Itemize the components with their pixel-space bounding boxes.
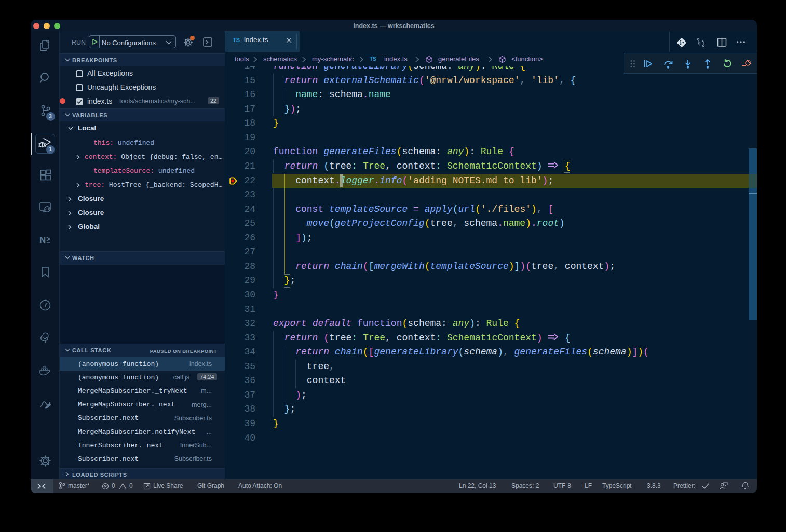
svg-text:N: N <box>39 235 46 245</box>
